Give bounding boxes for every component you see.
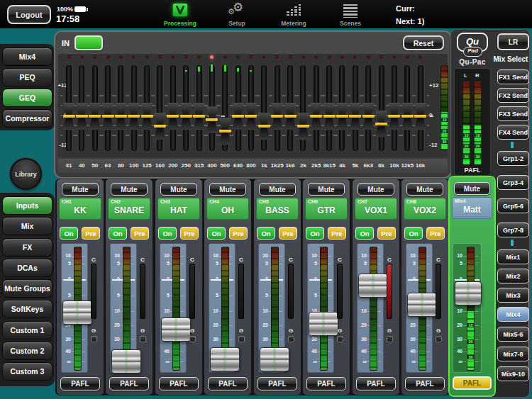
pafl-button[interactable]: PAFL bbox=[405, 377, 445, 390]
mix-select-lr-button[interactable]: LR bbox=[497, 33, 529, 50]
mute-button[interactable]: Mute bbox=[358, 183, 394, 196]
pre-button[interactable]: Pre bbox=[180, 227, 199, 240]
geq-fader-63[interactable] bbox=[102, 103, 114, 130]
fader-track[interactable]: 1050510203040∞ bbox=[61, 243, 88, 373]
geq-fader-3k15[interactable] bbox=[323, 103, 336, 130]
geq-fader-630[interactable] bbox=[232, 103, 244, 130]
channel-name-plate[interactable]: CH4 OH bbox=[206, 198, 249, 220]
pafl-button[interactable]: PAFL bbox=[109, 377, 149, 390]
geq-fader-1k25[interactable] bbox=[271, 103, 283, 130]
sidebar-item-mix[interactable]: Mix bbox=[2, 217, 52, 235]
fader-track[interactable]: 1050510203040∞ bbox=[209, 243, 235, 373]
pre-button[interactable]: Pre bbox=[229, 227, 248, 240]
sidebar-item-inputs[interactable]: Inputs bbox=[2, 196, 52, 215]
geq-fader-250[interactable] bbox=[180, 103, 192, 130]
pre-button[interactable]: Pre bbox=[426, 227, 445, 240]
on-button[interactable]: On bbox=[306, 227, 324, 240]
sidebar-item-custom-3[interactable]: Custom 3 bbox=[2, 362, 52, 381]
geq-fader-2k[interactable] bbox=[297, 113, 309, 140]
mix-select-mix5-6[interactable]: Mix5-6 bbox=[497, 327, 529, 342]
geq-fader-1k6[interactable] bbox=[284, 103, 297, 130]
channel-name-plate[interactable]: CH5 BASS bbox=[256, 198, 299, 220]
fader-cap[interactable] bbox=[309, 312, 338, 336]
pre-button[interactable]: Pre bbox=[82, 227, 100, 240]
mix-select-mix7-8[interactable]: Mix7-8 bbox=[497, 347, 529, 361]
sidebar-item-softkeys[interactable]: SoftKeys bbox=[2, 300, 52, 318]
geq-fader-31[interactable] bbox=[63, 103, 75, 130]
pafl-button[interactable]: PAFL bbox=[60, 377, 100, 390]
mix-select-mix3[interactable]: Mix3 bbox=[497, 288, 529, 303]
geq-fader-6k3[interactable] bbox=[362, 103, 375, 130]
on-button[interactable]: On bbox=[257, 227, 275, 240]
sidebar-item-mute-groups[interactable]: Mute Groups bbox=[2, 279, 52, 298]
mix-select-grp1-2[interactable]: Grp1-2 bbox=[497, 151, 529, 166]
fader-cap[interactable] bbox=[111, 349, 141, 373]
sidebar-item-geq[interactable]: GEQ bbox=[2, 89, 52, 107]
pafl-button[interactable]: PAFL bbox=[159, 377, 199, 390]
sidebar-item-custom-1[interactable]: Custom 1 bbox=[2, 321, 52, 339]
sidebar-item-compressor[interactable]: Compressor bbox=[2, 109, 52, 128]
mix-select-grp5-6[interactable]: Grp5-6 bbox=[497, 198, 529, 213]
master-pafl-button[interactable]: PAFL bbox=[453, 376, 492, 390]
sidebar-item-peq[interactable]: PEQ bbox=[2, 68, 52, 86]
pre-button[interactable]: Pre bbox=[377, 227, 396, 240]
fader-cap[interactable] bbox=[407, 293, 437, 317]
geq-fader-12k5[interactable] bbox=[401, 103, 414, 130]
mix-select-fx2-send[interactable]: FX2 Send bbox=[497, 88, 529, 103]
mix-select-mix1[interactable]: Mix1 bbox=[497, 249, 529, 264]
on-button[interactable]: On bbox=[158, 227, 177, 240]
fader-cap[interactable] bbox=[358, 274, 388, 298]
tab-processing[interactable]: Processing bbox=[152, 1, 209, 28]
fader-track[interactable]: 1050510203040∞ bbox=[160, 243, 187, 373]
tab-scenes[interactable]: Scenes bbox=[322, 1, 379, 28]
on-button[interactable]: On bbox=[355, 227, 374, 240]
fader-cap[interactable] bbox=[62, 300, 92, 325]
channel-name-plate[interactable]: CH3 HAT bbox=[157, 198, 200, 220]
master-fader-cap[interactable] bbox=[455, 281, 482, 305]
geq-fader-125[interactable] bbox=[141, 103, 153, 130]
pafl-button[interactable]: PAFL bbox=[257, 377, 297, 390]
fader-track[interactable]: 1050510203040∞ bbox=[406, 243, 433, 373]
geq-fader-1k[interactable] bbox=[258, 113, 270, 140]
geq-fader-200[interactable] bbox=[167, 103, 179, 130]
logout-button[interactable]: Logout bbox=[7, 5, 51, 24]
geq-fader-8k[interactable] bbox=[375, 111, 387, 137]
geq-fader-2k5[interactable] bbox=[310, 103, 322, 130]
fader-cap[interactable] bbox=[161, 317, 191, 342]
mute-button[interactable]: Mute bbox=[308, 183, 345, 196]
mute-button[interactable]: Mute bbox=[62, 183, 99, 196]
master-fader-track[interactable]: 1050510203040∞102030 bbox=[453, 243, 482, 373]
mute-button[interactable]: Mute bbox=[259, 183, 296, 196]
fader-track[interactable]: 1050510203040∞ bbox=[357, 243, 384, 373]
sidebar-item-mix4[interactable]: Mix4 bbox=[2, 47, 52, 66]
fader-cap[interactable] bbox=[210, 347, 240, 371]
master-name-plate[interactable]: Mix4 Matt bbox=[452, 197, 492, 219]
mix-select-grp7-8[interactable]: Grp7-8 bbox=[497, 223, 529, 237]
channel-name-plate[interactable]: CH2 SNARE bbox=[108, 198, 150, 220]
geq-fader-4k[interactable] bbox=[336, 103, 348, 130]
on-button[interactable]: On bbox=[109, 227, 127, 240]
fader-track[interactable]: 1050510203040∞ bbox=[307, 243, 334, 373]
pafl-button[interactable]: PAFL bbox=[306, 377, 346, 390]
fader-track[interactable]: 1050510203040∞ bbox=[258, 243, 285, 373]
geq-fader-10k[interactable] bbox=[388, 103, 400, 130]
sidebar-item-fx[interactable]: FX bbox=[2, 238, 52, 257]
geq-fader-315[interactable] bbox=[193, 103, 205, 130]
on-button[interactable]: On bbox=[404, 227, 423, 240]
on-button[interactable]: On bbox=[60, 227, 78, 240]
mute-button[interactable]: Mute bbox=[160, 183, 197, 196]
geq-fader-500[interactable] bbox=[219, 118, 231, 145]
mute-button[interactable]: Mute bbox=[454, 182, 490, 195]
sidebar-item-custom-2[interactable]: Custom 2 bbox=[2, 342, 52, 360]
tab-setup[interactable]: ⚙⚙ Setup bbox=[209, 1, 265, 28]
fader-track[interactable]: 1050510203040∞ bbox=[110, 243, 137, 373]
channel-name-plate[interactable]: CH1 KK bbox=[59, 198, 101, 220]
geq-fader-80[interactable] bbox=[115, 103, 127, 130]
mix-select-mix9-10[interactable]: Mix9-10 bbox=[497, 366, 529, 381]
mute-button[interactable]: Mute bbox=[111, 183, 148, 196]
geq-reset-button[interactable]: Reset bbox=[403, 35, 444, 50]
pre-button[interactable]: Pre bbox=[328, 227, 346, 240]
geq-in-toggle[interactable] bbox=[74, 35, 103, 50]
geq-fader-100[interactable] bbox=[128, 103, 140, 130]
on-button[interactable]: On bbox=[207, 227, 226, 240]
